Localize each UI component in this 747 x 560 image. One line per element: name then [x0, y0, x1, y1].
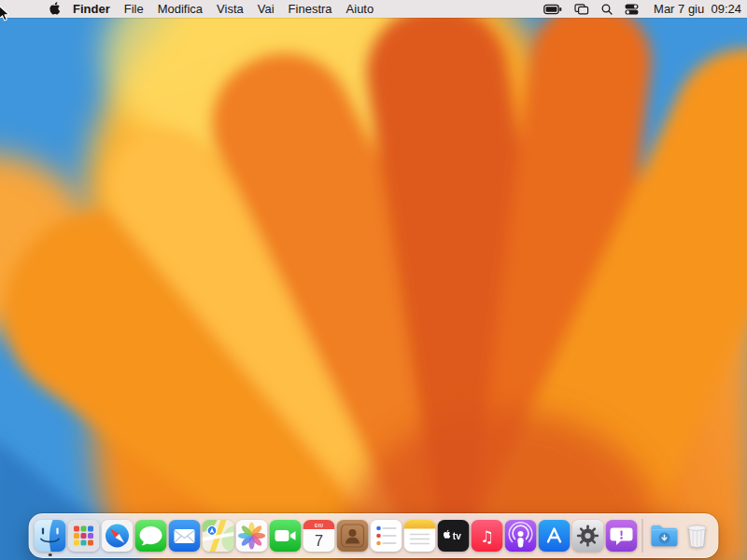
- trash-icon: [682, 520, 713, 552]
- svg-text:♫: ♫: [480, 527, 494, 546]
- running-indicator: [49, 553, 52, 557]
- macos-desktop: Finder FileModificaVistaVaiFinestraAiuto: [0, 0, 747, 560]
- appstore-icon: [539, 520, 571, 552]
- dock-item-launchpad[interactable]: [68, 520, 100, 552]
- menu-file[interactable]: File: [124, 2, 144, 16]
- dock-item-appstore[interactable]: [539, 520, 571, 552]
- menu-vista[interactable]: Vista: [217, 2, 244, 16]
- dock-item-podcasts[interactable]: [505, 520, 537, 552]
- music-icon: ♫: [472, 520, 503, 552]
- launchpad-icon: [68, 520, 100, 552]
- dock: GIU7tv♫: [29, 513, 719, 558]
- appletv-icon: tv: [438, 520, 470, 552]
- menu-finestra[interactable]: Finestra: [289, 2, 332, 16]
- dock-item-calendar[interactable]: GIU7: [303, 520, 335, 552]
- svg-text:7: 7: [315, 532, 323, 549]
- active-app-name[interactable]: Finder: [73, 2, 110, 16]
- menu-bar: Finder FileModificaVistaVaiFinestraAiuto: [0, 0, 747, 18]
- svg-text:tv: tv: [453, 531, 461, 541]
- messages-icon: [135, 520, 167, 552]
- dock-item-settings[interactable]: [572, 520, 604, 552]
- dock-item-notes[interactable]: [404, 520, 436, 552]
- dock-separator: [642, 519, 643, 553]
- dock-item-downloads-folder[interactable]: [648, 520, 680, 552]
- calendar-icon: GIU7: [303, 520, 335, 552]
- dock-item-messages[interactable]: [135, 520, 167, 552]
- settings-icon: [572, 520, 604, 552]
- mail-icon: [169, 520, 201, 552]
- downloads-folder-icon: [648, 520, 680, 552]
- dock-item-photos[interactable]: [236, 520, 268, 552]
- feedback-icon: [606, 520, 638, 552]
- dock-item-appletv[interactable]: tv: [438, 520, 470, 552]
- control-center-icon[interactable]: [625, 4, 639, 15]
- dock-item-mail[interactable]: [169, 520, 201, 552]
- apple-icon: [49, 2, 60, 16]
- svg-text:GIU: GIU: [315, 524, 324, 528]
- notes-icon: [404, 520, 436, 552]
- battery-icon[interactable]: [543, 4, 562, 15]
- menu-items: FileModificaVistaVaiFinestraAiuto: [124, 2, 374, 16]
- menu-bar-status: Mar 7 giu 09:24: [543, 2, 741, 16]
- menu-modifica[interactable]: Modifica: [158, 2, 203, 16]
- contacts-icon: [337, 520, 369, 552]
- safari-icon: [102, 520, 134, 552]
- podcasts-icon: [505, 520, 537, 552]
- dock-item-contacts[interactable]: [337, 520, 369, 552]
- dock-item-finder[interactable]: [35, 520, 66, 552]
- menu-vai[interactable]: Vai: [258, 2, 275, 16]
- apple-menu[interactable]: [49, 2, 60, 16]
- menu-bar-clock[interactable]: Mar 7 giu 09:24: [654, 2, 741, 16]
- dock-item-safari[interactable]: [102, 520, 134, 552]
- dock-item-facetime[interactable]: [270, 520, 302, 552]
- dock-item-feedback[interactable]: [606, 520, 638, 552]
- screen-mirroring-icon[interactable]: [574, 4, 589, 15]
- reminders-icon: [371, 520, 402, 552]
- dock-item-trash[interactable]: [682, 520, 713, 552]
- dock-item-music[interactable]: ♫: [472, 520, 503, 552]
- dock-item-reminders[interactable]: [371, 520, 402, 552]
- desktop-wallpaper: [0, 18, 747, 560]
- photos-icon: [236, 520, 268, 552]
- facetime-icon: [270, 520, 302, 552]
- menu-aiuto[interactable]: Aiuto: [346, 2, 374, 16]
- maps-icon: [203, 520, 234, 552]
- finder-icon: [35, 520, 66, 552]
- mouse-cursor: [0, 5, 11, 23]
- search-icon[interactable]: [601, 4, 613, 15]
- dock-item-maps[interactable]: [203, 520, 234, 552]
